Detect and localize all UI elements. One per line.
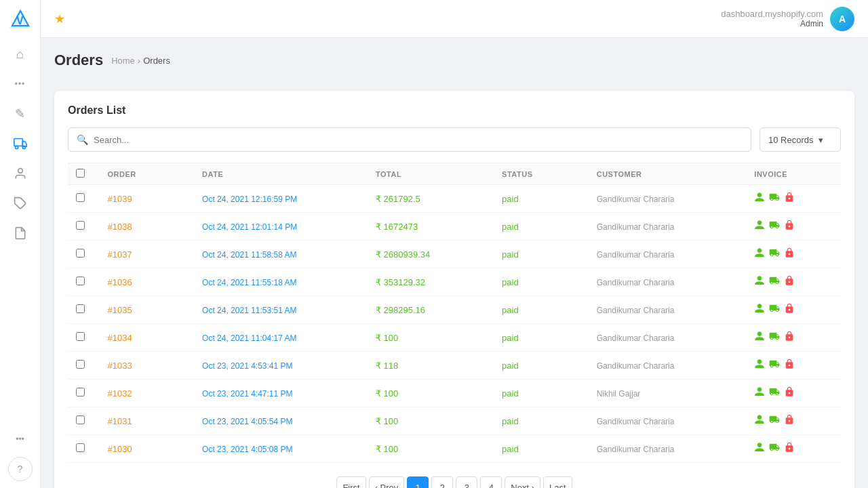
order-id-3[interactable]: #1036 bbox=[100, 268, 195, 296]
prev-page-button[interactable]: ‹ Prev bbox=[369, 476, 405, 488]
order-link-7[interactable]: #1032 bbox=[108, 388, 132, 399]
order-customer-7: Nikhil Gajjar bbox=[589, 380, 747, 407]
invoice-lock-icon-4[interactable] bbox=[784, 303, 795, 317]
order-status-8: paid bbox=[494, 407, 589, 435]
row-checkbox-6[interactable] bbox=[68, 352, 100, 380]
invoice-lock-icon-6[interactable] bbox=[784, 359, 795, 372]
order-invoice-0 bbox=[746, 185, 841, 213]
row-checkbox-8[interactable] bbox=[68, 407, 100, 435]
row-checkbox-9[interactable] bbox=[68, 435, 100, 463]
invoice-person-icon-5[interactable] bbox=[754, 331, 765, 344]
search-box[interactable]: 🔍 bbox=[68, 127, 751, 152]
order-date-4: Oct 24, 2021 11:53:51 AM bbox=[194, 296, 368, 324]
invoice-lock-icon-7[interactable] bbox=[784, 386, 795, 400]
sidebar-item-orders[interactable] bbox=[8, 131, 33, 156]
invoice-lock-icon-3[interactable] bbox=[784, 275, 795, 289]
invoice-person-icon-2[interactable] bbox=[754, 247, 765, 261]
header-right: dashboard.myshopify.com Admin A bbox=[721, 7, 854, 31]
breadcrumb-home[interactable]: Home bbox=[111, 56, 135, 66]
order-id-7[interactable]: #1032 bbox=[100, 380, 195, 407]
invoice-truck-icon-9[interactable] bbox=[769, 442, 780, 455]
first-page-button[interactable]: First bbox=[336, 476, 366, 488]
pagination: First ‹ Prev 1 2 3 4 Next › Last bbox=[68, 476, 841, 488]
order-id-0[interactable]: #1039 bbox=[100, 185, 195, 213]
sidebar-item-documents[interactable] bbox=[8, 221, 33, 245]
invoice-person-icon-4[interactable] bbox=[754, 303, 765, 317]
sidebar-item-more-bottom[interactable]: ••• bbox=[8, 427, 33, 451]
toolbar: 🔍 10 Records ▾ bbox=[68, 127, 841, 152]
order-id-8[interactable]: #1031 bbox=[100, 407, 195, 435]
invoice-person-icon-8[interactable] bbox=[754, 414, 765, 428]
order-link-8[interactable]: #1031 bbox=[108, 416, 132, 426]
order-id-4[interactable]: #1035 bbox=[100, 296, 195, 324]
invoice-lock-icon-2[interactable] bbox=[784, 247, 795, 261]
order-id-5[interactable]: #1034 bbox=[100, 324, 195, 352]
order-link-0[interactable]: #1039 bbox=[108, 194, 132, 204]
invoice-lock-icon-9[interactable] bbox=[784, 442, 795, 455]
page-4-button[interactable]: 4 bbox=[480, 476, 502, 488]
page-1-button[interactable]: 1 bbox=[407, 476, 429, 488]
invoice-truck-icon-5[interactable] bbox=[769, 331, 780, 344]
col-header-customer: CUSTOMER bbox=[589, 163, 747, 185]
row-checkbox-5[interactable] bbox=[68, 324, 100, 352]
last-page-button[interactable]: Last bbox=[543, 476, 572, 488]
invoice-person-icon-0[interactable] bbox=[754, 192, 765, 205]
row-checkbox-2[interactable] bbox=[68, 241, 100, 268]
row-checkbox-3[interactable] bbox=[68, 268, 100, 296]
invoice-truck-icon-4[interactable] bbox=[769, 303, 780, 317]
invoice-person-icon-6[interactable] bbox=[754, 359, 765, 372]
order-id-6[interactable]: #1033 bbox=[100, 352, 195, 380]
invoice-person-icon-7[interactable] bbox=[754, 386, 765, 400]
invoice-lock-icon-8[interactable] bbox=[784, 414, 795, 428]
invoice-lock-icon-5[interactable] bbox=[784, 331, 795, 344]
table-row: #1034 Oct 24, 2021 11:04:17 AM ₹ 100 pai… bbox=[68, 324, 841, 352]
row-checkbox-1[interactable] bbox=[68, 213, 100, 241]
order-link-5[interactable]: #1034 bbox=[108, 333, 132, 343]
logo[interactable]: V bbox=[8, 7, 33, 31]
order-link-3[interactable]: #1036 bbox=[108, 277, 132, 287]
invoice-lock-icon-1[interactable] bbox=[784, 220, 795, 233]
sidebar-item-tags[interactable] bbox=[8, 191, 33, 216]
order-link-6[interactable]: #1033 bbox=[108, 361, 132, 371]
sidebar-item-edit[interactable]: ✎ bbox=[8, 102, 33, 126]
invoice-truck-icon-6[interactable] bbox=[769, 359, 780, 372]
sidebar-item-help[interactable]: ? bbox=[8, 457, 33, 481]
next-page-button[interactable]: Next › bbox=[505, 476, 540, 488]
order-link-9[interactable]: #1030 bbox=[108, 444, 132, 454]
order-invoice-1 bbox=[746, 213, 841, 241]
select-all-checkbox[interactable] bbox=[76, 169, 85, 178]
domain-text: dashboard.myshopify.com bbox=[721, 9, 823, 19]
invoice-truck-icon-2[interactable] bbox=[769, 247, 780, 261]
order-id-9[interactable]: #1030 bbox=[100, 435, 195, 463]
invoice-person-icon-9[interactable] bbox=[754, 442, 765, 455]
order-id-2[interactable]: #1037 bbox=[100, 241, 195, 268]
svg-point-5 bbox=[22, 146, 25, 148]
page-2-button[interactable]: 2 bbox=[431, 476, 453, 488]
invoice-truck-icon-1[interactable] bbox=[769, 220, 780, 233]
page-3-button[interactable]: 3 bbox=[456, 476, 477, 488]
avatar[interactable]: A bbox=[830, 7, 854, 31]
order-total-1: ₹ 1672473 bbox=[368, 213, 494, 241]
sidebar-item-users[interactable] bbox=[8, 161, 33, 186]
order-id-1[interactable]: #1038 bbox=[100, 213, 195, 241]
order-link-1[interactable]: #1038 bbox=[108, 222, 132, 232]
sidebar-item-more-top[interactable]: ••• bbox=[8, 72, 33, 96]
order-link-2[interactable]: #1037 bbox=[108, 249, 132, 260]
invoice-truck-icon-7[interactable] bbox=[769, 386, 780, 400]
records-select[interactable]: 10 Records ▾ bbox=[760, 127, 841, 152]
row-checkbox-0[interactable] bbox=[68, 185, 100, 213]
invoice-truck-icon-0[interactable] bbox=[769, 192, 780, 205]
order-link-4[interactable]: #1035 bbox=[108, 305, 132, 315]
table-row: #1035 Oct 24, 2021 11:53:51 AM ₹ 298295.… bbox=[68, 296, 841, 324]
invoice-lock-icon-0[interactable] bbox=[784, 192, 795, 205]
table-row: #1030 Oct 23, 2021 4:05:08 PM ₹ 100 paid… bbox=[68, 435, 841, 463]
invoice-truck-icon-3[interactable] bbox=[769, 275, 780, 289]
favorite-icon[interactable]: ★ bbox=[54, 12, 65, 26]
sidebar-item-home[interactable]: ⌂ bbox=[8, 42, 33, 66]
invoice-person-icon-3[interactable] bbox=[754, 275, 765, 289]
row-checkbox-4[interactable] bbox=[68, 296, 100, 324]
invoice-truck-icon-8[interactable] bbox=[769, 414, 780, 428]
invoice-person-icon-1[interactable] bbox=[754, 220, 765, 233]
row-checkbox-7[interactable] bbox=[68, 380, 100, 407]
search-input[interactable] bbox=[94, 135, 743, 145]
